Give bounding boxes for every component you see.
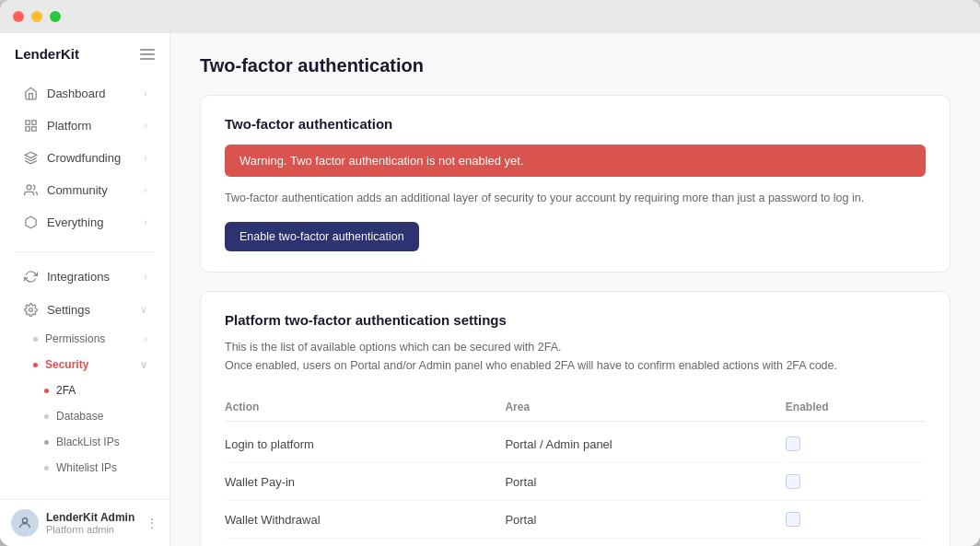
dot-icon	[44, 466, 49, 470]
svg-marker-4	[25, 152, 37, 157]
home-icon	[22, 85, 39, 101]
chevron-right-icon: ›	[144, 216, 147, 227]
sidebar-item-2fa[interactable]: 2FA	[7, 378, 162, 402]
blacklist-ips-label: BlackList IPs	[56, 436, 120, 448]
card1-title: Two-factor authentication	[225, 116, 926, 132]
security-label: Security	[45, 358, 88, 371]
sidebar-item-permissions[interactable]: Permissions ›	[7, 327, 162, 351]
row2-enabled-cell	[786, 474, 926, 489]
nav-divider	[15, 251, 155, 252]
sidebar-item-crowdfunding[interactable]: Crowdfunding ›	[7, 142, 162, 173]
svg-point-7	[22, 518, 27, 523]
minimize-button[interactable]	[31, 11, 42, 22]
card2-title: Platform two-factor authentication setti…	[225, 312, 926, 328]
chevron-right-icon: ›	[144, 271, 147, 282]
table-row: Login to platform Portal / Admin panel	[225, 425, 926, 463]
permissions-label: Permissions	[45, 332, 105, 345]
sidebar-item-integrations[interactable]: Integrations ›	[7, 261, 162, 292]
sidebar: LenderKit Dashboard ›	[0, 33, 170, 546]
sidebar-item-everything[interactable]: Everything ›	[7, 206, 162, 238]
platform-2fa-card: Platform two-factor authentication setti…	[200, 291, 951, 546]
refresh-icon	[22, 268, 39, 285]
close-button[interactable]	[13, 11, 24, 22]
app-body: LenderKit Dashboard ›	[0, 33, 980, 546]
chevron-down-icon: ∨	[140, 304, 147, 316]
col-header-enabled: Enabled	[786, 401, 926, 413]
avatar	[11, 509, 39, 537]
user-info: LenderKit Admin Platform admin ⋮	[0, 499, 169, 546]
table-row: Wallet Pay-in Portal	[225, 463, 926, 501]
hamburger-button[interactable]	[140, 49, 155, 60]
col-header-area: Area	[505, 401, 785, 413]
sidebar-label-crowdfunding: Crowdfunding	[47, 151, 144, 165]
row3-checkbox[interactable]	[786, 512, 800, 527]
row3-area: Portal	[505, 513, 785, 527]
svg-rect-3	[25, 126, 29, 130]
col-header-action: Action	[225, 401, 505, 413]
chevron-right-icon: ›	[144, 120, 147, 131]
sidebar-label-dashboard: Dashboard	[47, 87, 144, 100]
titlebar	[0, 0, 980, 33]
main-nav: Dashboard › Platform ›	[0, 71, 169, 244]
user-details: LenderKit Admin Platform admin	[46, 511, 138, 535]
row2-action: Wallet Pay-in	[225, 475, 505, 489]
warning-text: Warning. Two factor authentication is no…	[239, 154, 524, 168]
row2-area: Portal	[505, 475, 785, 489]
table-row: Wallet Withdrawal Portal	[225, 501, 926, 539]
row1-action: Login to platform	[225, 437, 505, 451]
sidebar-item-community[interactable]: Community ›	[7, 174, 162, 205]
row1-area: Portal / Admin panel	[505, 437, 785, 451]
dot-icon	[44, 414, 49, 419]
enable-2fa-button[interactable]: Enable two-factor authentication	[225, 222, 419, 251]
2fa-label: 2FA	[56, 384, 76, 397]
gear-icon	[22, 301, 39, 318]
svg-rect-0	[25, 120, 29, 123]
main-content: Two-factor authentication Two-factor aut…	[170, 33, 980, 546]
row3-enabled-cell	[786, 512, 926, 527]
dot-icon	[33, 363, 38, 367]
page-title: Two-factor authentication	[200, 55, 951, 76]
sidebar-label-platform: Platform	[47, 119, 144, 133]
whitelist-ips-label: Whitelist IPs	[56, 461, 117, 474]
box-icon	[22, 214, 39, 230]
sidebar-item-database[interactable]: Database	[7, 404, 162, 428]
card2-desc1: This is the list of available options wh…	[225, 339, 926, 375]
chevron-down-icon: ∨	[140, 359, 147, 371]
chevron-right-icon: ›	[144, 87, 147, 99]
dot-icon	[44, 440, 49, 445]
row1-checkbox[interactable]	[786, 436, 800, 451]
users-icon	[22, 181, 39, 198]
svg-point-6	[29, 308, 32, 311]
sidebar-item-settings[interactable]: Settings ∨	[7, 294, 162, 325]
2fa-status-card: Two-factor authentication Warning. Two f…	[200, 95, 951, 273]
user-name: LenderKit Admin	[46, 511, 138, 524]
sidebar-header: LenderKit	[0, 33, 169, 71]
layers-icon	[22, 149, 39, 166]
sidebar-item-dashboard[interactable]: Dashboard ›	[7, 77, 162, 109]
maximize-button[interactable]	[50, 11, 61, 22]
app-window: LenderKit Dashboard ›	[0, 0, 980, 546]
sidebar-label-settings: Settings	[47, 303, 140, 317]
sidebar-item-blacklist-ips[interactable]: BlackList IPs	[7, 430, 162, 454]
chevron-right-icon: ›	[144, 333, 147, 344]
row2-checkbox[interactable]	[786, 474, 800, 489]
sidebar-item-security[interactable]: Security ∨	[7, 353, 162, 377]
warning-banner: Warning. Two factor authentication is no…	[225, 145, 926, 177]
user-role: Platform admin	[46, 524, 138, 535]
chevron-right-icon: ›	[144, 152, 147, 163]
dot-icon	[44, 389, 49, 393]
app-logo: LenderKit	[15, 46, 79, 62]
grid-icon	[22, 117, 39, 134]
table-header: Action Area Enabled	[225, 393, 926, 422]
card1-description: Two-factor authentication adds an additi…	[225, 190, 926, 207]
row3-action: Wallet Withdrawal	[225, 513, 505, 527]
user-menu-button[interactable]: ⋮	[146, 516, 158, 530]
sidebar-item-whitelist-ips[interactable]: Whitelist IPs	[7, 456, 162, 480]
svg-point-5	[27, 184, 31, 189]
sidebar-label-community: Community	[47, 183, 144, 197]
database-label: Database	[56, 410, 103, 423]
sidebar-label-integrations: Integrations	[47, 270, 144, 284]
svg-rect-2	[31, 126, 35, 130]
sidebar-item-platform[interactable]: Platform ›	[7, 110, 162, 141]
row1-enabled-cell	[786, 436, 926, 451]
